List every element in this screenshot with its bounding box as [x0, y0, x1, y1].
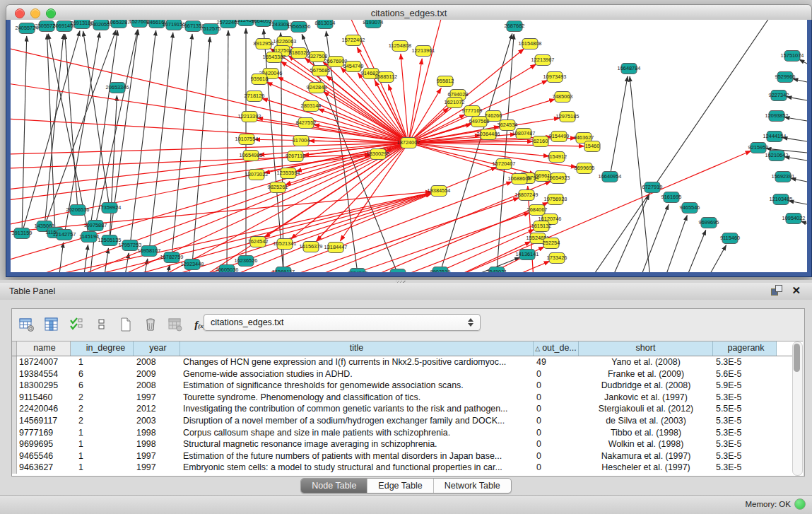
- column-header-name[interactable]: name: [17, 341, 71, 356]
- float-window-icon[interactable]: [771, 285, 782, 296]
- table-row[interactable]: 2242004622012Investigating the contribut…: [12, 403, 803, 415]
- graph-node[interactable]: 15460: [584, 141, 600, 152]
- graph-edge[interactable]: [442, 34, 512, 267]
- graph-node[interactable]: 2545021: [487, 267, 507, 273]
- graph-edge[interactable]: [11, 143, 403, 154]
- graph-node[interactable]: 5675685: [310, 66, 331, 76]
- graph-edge[interactable]: [630, 76, 650, 272]
- graph-node[interactable]: 1621072: [445, 98, 465, 108]
- column-header-short[interactable]: short: [579, 341, 713, 356]
- graph-node[interactable]: 16154808: [519, 39, 542, 49]
- graph-node[interactable]: 15751074: [781, 51, 804, 62]
- graph-node[interactable]: 1154912: [547, 152, 567, 163]
- minimize-window-button[interactable]: [30, 8, 40, 18]
- graph-node[interactable]: 9215953: [748, 143, 769, 153]
- graph-edge[interactable]: [413, 107, 449, 139]
- graph-node[interactable]: 19565356: [288, 22, 311, 33]
- graph-node[interactable]: 8186328: [289, 48, 310, 59]
- graph-edge[interactable]: [611, 76, 628, 171]
- graph-node[interactable]: 2718126: [245, 91, 265, 102]
- graph-node[interactable]: 9115460: [720, 233, 740, 244]
- graph-node[interactable]: 11254808: [389, 41, 411, 52]
- graph-node[interactable]: 8193074: [363, 20, 384, 28]
- table-scrollbar[interactable]: [792, 341, 803, 476]
- table-row[interactable]: 1872400712008Changes of HCN gene express…: [12, 356, 803, 368]
- graph-node[interactable]: 12353594: [277, 168, 300, 179]
- graph-edge[interactable]: [193, 37, 211, 259]
- graph-edge[interactable]: [364, 202, 548, 272]
- graph-node[interactable]: 252254: [543, 238, 560, 249]
- table-row[interactable]: 1938455462009Genome-wide association stu…: [12, 368, 803, 380]
- zoom-window-button[interactable]: [46, 8, 56, 18]
- new-column-icon[interactable]: [117, 315, 135, 334]
- graph-node[interactable]: 12142757: [53, 230, 76, 240]
- graph-node[interactable]: 16782759: [160, 252, 184, 263]
- graph-node[interactable]: 16236526: [235, 256, 258, 267]
- graph-edge[interactable]: [401, 54, 408, 137]
- graph-node[interactable]: 14569117: [272, 267, 295, 273]
- graph-edge[interactable]: [414, 144, 536, 174]
- table-row[interactable]: 1456911722003Disruption of a novel membe…: [12, 415, 803, 427]
- graph-node[interactable]: 15885112: [375, 72, 397, 83]
- graph-edge[interactable]: [172, 34, 192, 252]
- graph-edge[interactable]: [187, 271, 189, 272]
- table-mode-icon[interactable]: [18, 315, 36, 334]
- graph-node[interactable]: 18807249: [515, 190, 539, 201]
- table-select-dropdown[interactable]: citations_edges.txt: [204, 314, 481, 331]
- column-header-title[interactable]: title: [180, 341, 534, 356]
- graph-node[interactable]: 12103485: [770, 194, 793, 205]
- graph-edge[interactable]: [449, 151, 751, 272]
- graph-node[interactable]: 9242848: [307, 83, 327, 93]
- column-header-year[interactable]: year: [134, 341, 180, 356]
- graph-edge[interactable]: [392, 222, 543, 272]
- graph-node[interactable]: 16640954: [599, 172, 622, 182]
- graph-node[interactable]: 13073022: [245, 170, 269, 180]
- graph-node[interactable]: 16156379: [300, 242, 323, 252]
- graph-edge[interactable]: [799, 59, 807, 64]
- graph-node[interactable]: 3913159: [12, 228, 33, 239]
- graph-node[interactable]: 2803144: [301, 101, 322, 112]
- graph-node[interactable]: 8813014: [315, 20, 336, 29]
- graph-edge[interactable]: [47, 30, 116, 221]
- graph-node[interactable]: 2687682: [505, 21, 525, 32]
- graph-node[interactable]: 20364486: [477, 129, 500, 140]
- rows-icon[interactable]: [92, 315, 110, 334]
- graph-node[interactable]: 17359924: [98, 203, 122, 214]
- graph-node[interactable]: 317004: [293, 136, 310, 146]
- table-row[interactable]: 969969511998Structural magnetic resonanc…: [12, 438, 803, 450]
- table-row[interactable]: 1830029562008Estimation of significance …: [12, 380, 803, 392]
- graph-node[interactable]: 9777169: [462, 106, 483, 117]
- graph-node[interactable]: 9161695: [661, 192, 682, 203]
- row-select-icon[interactable]: [67, 315, 86, 334]
- table-row[interactable]: 977716911998Corpus callosum shape and si…: [12, 427, 803, 439]
- graph-edge[interactable]: [22, 36, 27, 228]
- table-row[interactable]: 946554611997Estimation of the future num…: [12, 450, 803, 462]
- graph-node[interactable]: 7485063: [553, 92, 573, 103]
- graph-node[interactable]: 9267110: [286, 151, 305, 162]
- graph-node[interactable]: 8427552: [296, 118, 317, 129]
- graph-node[interactable]: 14136141: [516, 250, 539, 260]
- graph-edge[interactable]: [664, 215, 687, 272]
- graph-node[interactable]: 10954022: [782, 214, 806, 224]
- graph-node[interactable]: 12505135: [98, 235, 122, 246]
- graph-node[interactable]: 9825261: [268, 182, 288, 193]
- graph-node[interactable]: 939618: [251, 74, 269, 85]
- graph-edge[interactable]: [23, 31, 80, 228]
- table-scrollbar-thumb[interactable]: [794, 344, 800, 372]
- table-row[interactable]: 911546021997Tourette syndrome. Phenomeno…: [12, 392, 803, 404]
- graph-node[interactable]: 955812: [437, 76, 454, 87]
- column-header-pagerank[interactable]: pagerank: [713, 341, 777, 356]
- show-columns-icon[interactable]: [42, 315, 61, 334]
- graph-node[interactable]: 8912954: [254, 39, 274, 49]
- column-header-in_degree[interactable]: in_degree: [71, 341, 134, 356]
- graph-node[interactable]: 15722402: [342, 35, 365, 46]
- graph-node[interactable]: 15692391: [772, 172, 795, 182]
- graph-node[interactable]: 10107554: [235, 134, 259, 145]
- graph-edge[interactable]: [90, 30, 117, 231]
- graph-node[interactable]: 8902519: [430, 267, 451, 273]
- close-icon[interactable]: ✕: [792, 285, 801, 296]
- graph-edge[interactable]: [686, 230, 706, 272]
- graph-node[interactable]: 12213967: [531, 55, 555, 66]
- graph-edge[interactable]: [340, 148, 405, 241]
- graph-edge[interactable]: [281, 33, 283, 267]
